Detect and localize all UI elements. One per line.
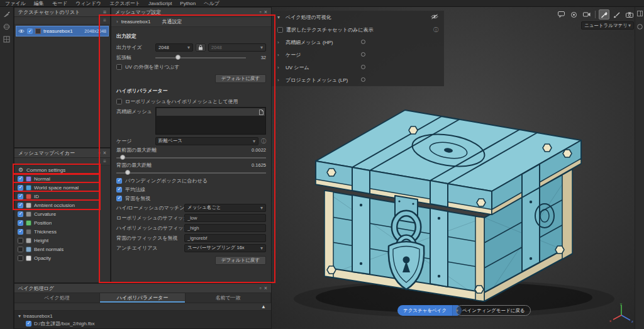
- slider-handle[interactable]: [120, 155, 125, 160]
- tab-match-by-name[interactable]: 名前で一致: [186, 293, 271, 303]
- bake-visualization-header[interactable]: ▾ ベイク処理の可視化: [272, 11, 444, 23]
- section-project-mesh-lp[interactable]: › プロジェクトメッシュ (LP): [272, 74, 444, 86]
- reset-highpoly-button[interactable]: デフォルトに戻す: [215, 256, 266, 265]
- baker-checkbox[interactable]: [18, 194, 23, 199]
- average-normals-checkbox[interactable]: [116, 187, 122, 192]
- output-size-linked-select[interactable]: 2048 ▾: [208, 43, 266, 52]
- display-settings-icon[interactable]: [569, 9, 579, 20]
- chevron-down-icon[interactable]: ▾: [18, 313, 21, 319]
- baker-item-thickness[interactable]: Thickness: [14, 227, 110, 236]
- bake-textures-button[interactable]: テクスチャをベイク ▾: [397, 305, 462, 316]
- show-selected-only-checkbox[interactable]: [277, 27, 283, 33]
- tab-highpoly-parameters[interactable]: ハイポリパラメーター: [100, 293, 186, 303]
- antialiasing-select[interactable]: スーパーサンプリング 16x ▾: [184, 244, 266, 252]
- menu-item-file[interactable]: ファイル: [5, 0, 26, 7]
- tab-bake-log[interactable]: ベイク処理: [14, 293, 100, 303]
- filter-icon[interactable]: ≡: [103, 18, 106, 23]
- cage-select[interactable]: 距離ベース ▾: [155, 137, 258, 145]
- use-lowpoly-checkbox[interactable]: [116, 99, 122, 104]
- slider-handle[interactable]: [125, 170, 130, 175]
- panel-menu-icon[interactable]: ≡: [103, 9, 106, 15]
- rear-distance-slider[interactable]: [116, 169, 266, 176]
- resolution-lock-button[interactable]: [196, 43, 206, 52]
- chevron-right-icon[interactable]: ›: [277, 40, 282, 45]
- dock-panel-icon[interactable]: ▫: [260, 286, 262, 291]
- visibility-toggle-icon[interactable]: [361, 52, 365, 57]
- lowpoly-suffix-input[interactable]: [184, 214, 266, 222]
- visibility-toggle-icon[interactable]: [361, 65, 365, 69]
- highpoly-suffix-input[interactable]: [184, 224, 266, 232]
- axis-gizmo[interactable]: y z x: [608, 303, 635, 325]
- wrench-baking-mode-icon[interactable]: [599, 9, 609, 20]
- texture-set-item-treasurebox1[interactable]: treasurebox1 2048x2048: [16, 26, 109, 36]
- slider-handle[interactable]: [175, 55, 180, 60]
- visibility-eye-icon[interactable]: [18, 28, 25, 35]
- visibility-toggle-icon[interactable]: [361, 77, 365, 82]
- sphere-view-icon[interactable]: [3, 23, 11, 31]
- paintbrush-icon[interactable]: [611, 9, 622, 20]
- chevron-right-icon[interactable]: ›: [277, 65, 282, 70]
- baker-item-curvature[interactable]: Curvature: [14, 209, 110, 218]
- panel-toggle-icon[interactable]: [637, 11, 643, 18]
- chevron-right-icon[interactable]: ›: [277, 77, 282, 83]
- menu-item-export[interactable]: エクスポート: [109, 0, 140, 7]
- highpoly-mesh-box[interactable]: [155, 107, 266, 135]
- reset-output-button[interactable]: デフォルトに戻す: [215, 74, 266, 83]
- log-tree-item[interactable]: ▾ treasurebox1: [18, 312, 267, 320]
- breadcrumb-page[interactable]: 共通設定: [162, 18, 182, 25]
- baker-checkbox[interactable]: [18, 185, 23, 191]
- front-distance-slider[interactable]: [116, 154, 266, 161]
- breadcrumb-set[interactable]: treasurebox1: [121, 19, 151, 25]
- baker-item-world-space-normal[interactable]: World space normal: [14, 183, 110, 192]
- highpoly-mesh-entry[interactable]: [157, 108, 265, 116]
- baker-checkbox[interactable]: [18, 238, 23, 243]
- baker-item-id[interactable]: ID: [14, 192, 110, 201]
- section-highpoly-mesh-hp[interactable]: › 高精細メッシュ (HP): [272, 36, 444, 48]
- menu-item-mode[interactable]: モード: [52, 0, 67, 7]
- baker-item-height[interactable]: Height: [14, 236, 110, 245]
- 3d-viewport[interactable]: ▾ ベイク処理の可視化 選択したテクスチャセットのみに表示 ⓘ › 高精細メッシ…: [272, 7, 644, 329]
- filter-icon[interactable]: ≡: [103, 159, 106, 164]
- baker-item-opacity[interactable]: Opacity: [14, 254, 110, 262]
- output-size-select[interactable]: 2048 ▾: [155, 43, 193, 52]
- grid-view-icon[interactable]: [3, 35, 11, 43]
- texture-set-checkbox[interactable]: [27, 28, 33, 34]
- comment-icon[interactable]: [556, 9, 567, 20]
- eye-slash-icon[interactable]: [431, 14, 438, 21]
- return-to-painting-mode-button[interactable]: ペインティングモードに戻る: [456, 305, 531, 316]
- menu-item-edit[interactable]: 編集: [34, 0, 44, 7]
- menu-item-javascript[interactable]: JavaScript: [148, 1, 172, 6]
- brush-tool-icon[interactable]: [3, 10, 11, 18]
- fill-uv-checkbox[interactable]: [116, 64, 122, 70]
- baker-checkbox[interactable]: [18, 211, 23, 217]
- baker-checkbox[interactable]: [18, 229, 23, 235]
- close-panel-icon[interactable]: ×: [264, 286, 267, 291]
- video-camera-icon[interactable]: [581, 9, 592, 20]
- dock-panel-icon[interactable]: ▫: [99, 150, 101, 156]
- baker-checkbox[interactable]: [18, 220, 23, 226]
- baker-checkbox[interactable]: [18, 176, 23, 182]
- baker-item-position[interactable]: Position: [14, 218, 110, 227]
- baker-checkbox[interactable]: [18, 255, 23, 261]
- material-select[interactable]: ニュートラルマテリアル ▾: [581, 21, 634, 30]
- dilation-slider[interactable]: [155, 54, 246, 61]
- dock-panel-icon[interactable]: ▫: [260, 9, 262, 15]
- chevron-right-icon[interactable]: ›: [277, 52, 282, 58]
- baker-item-normal[interactable]: Normal: [14, 174, 110, 183]
- ignore-backface-checkbox[interactable]: [116, 196, 122, 201]
- baker-checkbox[interactable]: [18, 247, 23, 252]
- backface-suffix-input[interactable]: [184, 234, 266, 242]
- section-uv-seam[interactable]: › UV シーム: [272, 61, 444, 74]
- matching-select[interactable]: メッシュ名ごと ▾: [184, 204, 266, 212]
- camera-icon[interactable]: [624, 9, 635, 20]
- baker-item-bent-normals[interactable]: Bent normals: [14, 245, 110, 254]
- baker-checkbox[interactable]: [18, 203, 23, 208]
- close-panel-icon[interactable]: ×: [103, 150, 106, 156]
- log-file-row[interactable]: D:/自主課題/box_2/high.fbx: [18, 320, 267, 327]
- menu-item-python[interactable]: Python: [180, 1, 196, 6]
- chevron-down-icon[interactable]: ▾: [277, 14, 282, 20]
- visibility-toggle-icon[interactable]: [361, 40, 365, 44]
- shelf-toggle-icon[interactable]: [637, 24, 643, 31]
- fit-bbox-checkbox[interactable]: [116, 178, 122, 184]
- section-cage[interactable]: › ケージ: [272, 48, 444, 61]
